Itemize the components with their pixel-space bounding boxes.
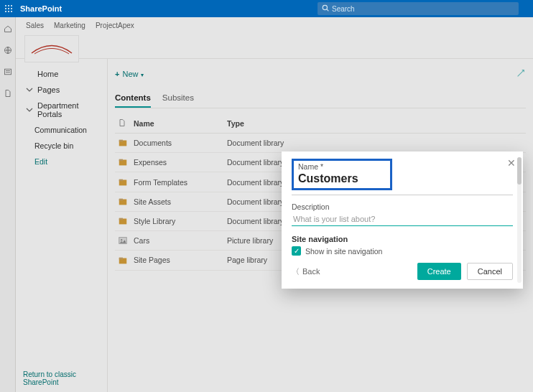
search-icon — [322, 4, 329, 13]
row-name[interactable]: Cars — [131, 231, 224, 251]
row-name[interactable]: Expenses — [131, 153, 224, 172]
svg-line-10 — [327, 9, 329, 11]
row-name[interactable]: Site Assets — [131, 192, 224, 211]
svg-point-3 — [5, 8, 6, 9]
plus-icon: + — [115, 70, 119, 78]
svg-point-4 — [8, 8, 9, 9]
chevron-down-icon: ▾ — [141, 72, 144, 78]
svg-point-8 — [11, 11, 12, 12]
table-header-row: Name Type — [115, 114, 526, 134]
row-icon — [115, 153, 131, 172]
row-icon — [115, 192, 131, 211]
svg-point-6 — [5, 11, 6, 12]
description-label: Description — [292, 202, 513, 211]
nav-recycle-bin[interactable]: Recycle bin — [16, 138, 107, 154]
list-name-input[interactable] — [298, 172, 386, 185]
show-in-nav-label: Show in site navigation — [305, 247, 382, 256]
svg-point-7 — [8, 11, 9, 12]
col-items-header[interactable] — [296, 114, 339, 134]
row-items — [296, 134, 339, 153]
left-nav: Home Pages Department Portals Communicat… — [16, 59, 108, 392]
svg-rect-22 — [119, 199, 123, 201]
nav-edit[interactable]: Edit — [16, 154, 107, 169]
svg-point-26 — [121, 239, 122, 241]
row-name[interactable]: Documents — [131, 134, 224, 153]
back-button[interactable]: 〈 Back — [292, 266, 320, 277]
command-bar: + New ▾ — [115, 65, 526, 83]
rail-globe-icon[interactable] — [4, 45, 12, 57]
chevron-left-icon: 〈 — [292, 266, 300, 277]
hub-link[interactable]: ProjectApex — [96, 22, 134, 29]
svg-point-5 — [11, 8, 12, 9]
svg-point-0 — [5, 5, 6, 6]
svg-point-2 — [11, 5, 12, 6]
search-box[interactable] — [318, 2, 519, 15]
app-rail — [0, 17, 16, 392]
show-in-nav-row[interactable]: ✓ Show in site navigation — [292, 246, 513, 256]
new-button[interactable]: New ▾ — [122, 70, 143, 78]
col-type-header[interactable]: Type — [224, 114, 296, 134]
svg-rect-24 — [119, 218, 123, 220]
chevron-down-icon — [26, 86, 33, 93]
suite-bar: SharePoint — [0, 0, 533, 17]
svg-rect-12 — [4, 69, 11, 75]
row-icon — [115, 211, 131, 230]
row-name[interactable]: Site Pages — [131, 251, 224, 270]
rail-news-icon[interactable] — [4, 66, 12, 79]
settings-icon[interactable] — [516, 68, 526, 80]
search-input[interactable] — [332, 5, 514, 13]
row-type: Document library — [224, 134, 296, 153]
chevron-down-icon — [26, 106, 33, 113]
app-launcher-icon[interactable] — [0, 0, 17, 17]
row-name[interactable]: Form Templates — [131, 172, 224, 192]
col-icon-header — [115, 114, 131, 134]
hub-links: Sales Marketing ProjectApex — [26, 22, 134, 29]
site-navigation-heading: Site navigation — [292, 235, 513, 243]
pivot-tabs: Contents Subsites — [115, 93, 526, 108]
row-icon — [115, 231, 131, 251]
row-modified — [339, 134, 526, 153]
table-row[interactable]: DocumentsDocument library — [115, 134, 526, 153]
tab-subsites[interactable]: Subsites — [162, 93, 194, 108]
rail-home-icon[interactable] — [4, 23, 12, 36]
nav-communication[interactable]: Communication — [16, 122, 107, 138]
close-icon[interactable]: ✕ — [507, 157, 516, 169]
name-field-highlight: Name * — [292, 159, 392, 190]
return-classic-link[interactable]: Return to classic SharePoint — [16, 365, 107, 392]
svg-rect-28 — [119, 257, 123, 259]
checkbox-checked-icon[interactable]: ✓ — [292, 246, 301, 256]
svg-point-1 — [8, 5, 9, 6]
create-button[interactable]: Create — [417, 263, 461, 280]
row-icon — [115, 134, 131, 153]
rail-files-icon[interactable] — [4, 88, 12, 101]
svg-rect-16 — [119, 140, 123, 142]
nav-pages[interactable]: Pages — [16, 82, 107, 98]
list-description-input[interactable] — [292, 213, 513, 226]
row-icon — [115, 251, 131, 270]
brand-label: SharePoint — [20, 4, 62, 13]
col-name-header[interactable]: Name — [131, 114, 224, 134]
row-icon — [115, 172, 131, 192]
dialog-scrollbar[interactable] — [517, 157, 522, 283]
cancel-button[interactable]: Cancel — [467, 263, 513, 280]
svg-rect-20 — [119, 179, 123, 181]
name-label: Name * — [298, 162, 386, 171]
hub-link[interactable]: Marketing — [54, 22, 85, 29]
nav-department-portals[interactable]: Department Portals — [16, 98, 107, 122]
create-list-dialog: ✕ Name * Description Site navigation ✓ S… — [282, 151, 523, 289]
site-header: Sales Marketing ProjectApex — [16, 17, 533, 59]
svg-rect-18 — [119, 159, 123, 162]
svg-point-9 — [323, 5, 327, 9]
nav-home[interactable]: Home — [16, 66, 107, 82]
tab-contents[interactable]: Contents — [115, 93, 151, 108]
col-modified-header[interactable] — [339, 114, 526, 134]
hub-link[interactable]: Sales — [26, 22, 44, 29]
row-name[interactable]: Style Library — [131, 211, 224, 230]
